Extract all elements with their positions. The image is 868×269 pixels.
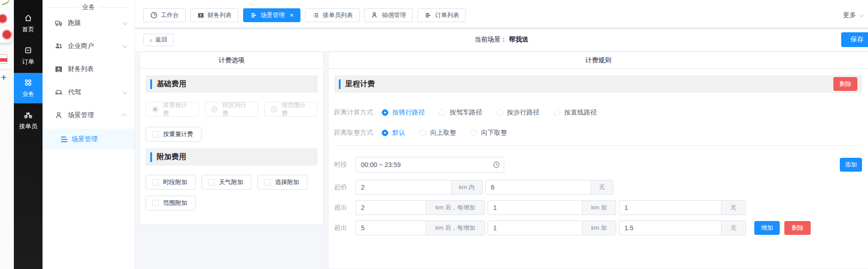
option-label: 按里程计费 (163, 101, 190, 118)
fee-row-label: 超出 (334, 203, 355, 212)
fee-row-exceed-2: 超出 km 后，每增加 km 加 元 增加 (334, 221, 862, 235)
exceed-distance-input[interactable] (355, 200, 426, 215)
base-price-group: 元 (485, 180, 613, 195)
exceed-distance-input[interactable] (355, 221, 426, 235)
menu-item-scenes[interactable]: 场景管理 (43, 104, 134, 127)
add-tier-button[interactable]: 增加 (754, 221, 780, 235)
current-scene: 当前场景：帮我送 (475, 36, 528, 44)
rail-item-label: 订单 (22, 58, 34, 66)
rail-item-couriers[interactable]: 接单员 (14, 105, 43, 136)
menu-item-driving[interactable]: 代驾 (43, 81, 134, 104)
menu-item-label: 代驾 (68, 88, 81, 96)
tab-label: 抽佣管理 (382, 11, 406, 19)
increment-price-input[interactable] (619, 221, 721, 235)
time-period-row: 时段 添加 (334, 157, 862, 173)
base-distance-group: km 内 (355, 180, 483, 195)
increment-price-group: 元 (619, 200, 746, 215)
mileage-section-bar: 里程计费 删除 (334, 75, 862, 93)
option-time-surcharge[interactable]: 时段附加 (146, 175, 196, 190)
checkbox-icon (152, 179, 159, 185)
back-label: 返回 (155, 36, 167, 44)
radio-round-default[interactable]: 默认 (382, 129, 405, 137)
rail-item-label: 首页 (22, 25, 34, 34)
option-label: 天气附加 (219, 178, 243, 186)
increment-distance-input[interactable] (488, 221, 582, 235)
red-badge-icon (0, 14, 7, 24)
divider (334, 145, 862, 146)
back-button[interactable]: ‹ 返回 (143, 34, 174, 46)
delete-tier-button[interactable]: 删除 (784, 221, 811, 235)
save-button[interactable]: 保存 (841, 32, 868, 47)
person-icon (371, 12, 379, 19)
input-addon: 元 (591, 180, 613, 195)
plus-icon[interactable]: + (1, 72, 6, 83)
option-label: 时段附加 (163, 178, 187, 186)
checkbox-icon (264, 179, 270, 185)
radio-icon (439, 109, 446, 116)
distance-round-row: 距离取整方式 默认 向上取整 向下取整 (334, 129, 862, 137)
menu-item-label: 跑腿 (68, 19, 81, 27)
rail-item-business[interactable]: 业务 (14, 73, 43, 103)
menu-item-label: 财务列表 (68, 65, 94, 73)
submenu-subitem-scene-management[interactable]: 场景管理 (43, 129, 134, 149)
option-select-surcharge[interactable]: 选择附加 (257, 175, 307, 190)
desktop-edge-strip: + (0, 0, 14, 269)
rail-item-orders[interactable]: 订单 (14, 41, 43, 71)
tab-label: 场景管理 (261, 11, 285, 19)
close-icon[interactable]: × (290, 12, 293, 18)
tab-finance-list[interactable]: 财务列表 (190, 8, 238, 22)
tab-commission[interactable]: 抽佣管理 (364, 8, 413, 22)
submenu-title: 业务 (43, 0, 134, 12)
tab-courier-list[interactable]: 接单员列表 (305, 8, 360, 22)
menu-item-errand[interactable]: 跑腿 (43, 12, 134, 35)
subitem-label: 场景管理 (72, 135, 98, 143)
option-range-billing[interactable]: 按范围计费 (264, 102, 318, 117)
delete-rule-button[interactable]: 删除 (833, 77, 857, 91)
option-weight-billing[interactable]: 按重量计费 (146, 127, 202, 142)
radio-riding-path[interactable]: 按骑行路径 (382, 108, 425, 117)
increment-distance-input[interactable] (488, 200, 582, 215)
input-addon: km 后，每增加 (426, 200, 485, 215)
tab-workbench[interactable]: 工作台 (143, 8, 186, 22)
radio-label: 默认 (392, 129, 405, 137)
option-weather-surcharge[interactable]: 天气附加 (202, 175, 251, 190)
fee-row-exceed-1: 超出 km 后，每增加 km 加 元 (334, 200, 862, 215)
option-mileage-billing[interactable]: 按里程计费 (146, 102, 199, 117)
base-distance-input[interactable] (355, 180, 451, 195)
radio-straight-line-path[interactable]: 按直线路径 (554, 108, 597, 117)
option-range-surcharge[interactable]: 范围附加 (146, 196, 196, 210)
radio-round-down[interactable]: 向下取整 (471, 129, 507, 137)
tab-scene-management[interactable]: 场景管理 × (243, 8, 300, 22)
input-addon: 元 (721, 221, 746, 235)
radio-icon (211, 106, 218, 113)
tab-label: 订单列表 (435, 11, 459, 19)
distance-calc-row: 距离计算方式 按骑行路径 按驾车路径 按步行路径 (334, 108, 862, 117)
radio-driving-path[interactable]: 按驾车路径 (439, 108, 482, 117)
input-addon: km 加 (582, 200, 616, 215)
option-interval-billing[interactable]: 按区间计费 (205, 102, 258, 117)
more-label: 更多 (843, 11, 856, 19)
input-addon: 元 (721, 200, 746, 215)
add-time-period-button[interactable]: 添加 (840, 158, 862, 172)
menu-item-finance[interactable]: 财务列表 (43, 58, 134, 81)
radio-icon (471, 130, 477, 136)
increment-price-input[interactable] (619, 200, 721, 215)
rules-panel-title: 计费规则 (329, 52, 868, 69)
radio-icon (496, 109, 503, 116)
radio-round-up[interactable]: 向上取整 (420, 129, 456, 137)
menu-item-label: 企业商户 (68, 42, 94, 50)
tab-order-list[interactable]: 订单列表 (417, 8, 466, 22)
menu-item-merchants[interactable]: 企业商户 (43, 35, 134, 58)
app-window: + 首页 订单 业务 接单员 业务 (0, 0, 868, 269)
accent-bar (339, 79, 341, 89)
radio-walking-path[interactable]: 按步行路径 (496, 108, 539, 117)
finance-card-icon (197, 12, 204, 19)
more-menu-button[interactable]: 更多 (843, 11, 862, 19)
rail-item-home[interactable]: 首页 (14, 8, 43, 39)
radio-label: 向上取整 (430, 129, 456, 137)
base-price-input[interactable] (485, 180, 591, 195)
input-addon: km 内 (451, 180, 483, 195)
chevron-up-icon (121, 114, 126, 119)
time-period-input[interactable] (355, 157, 504, 173)
tab-label: 接单员列表 (323, 11, 353, 19)
